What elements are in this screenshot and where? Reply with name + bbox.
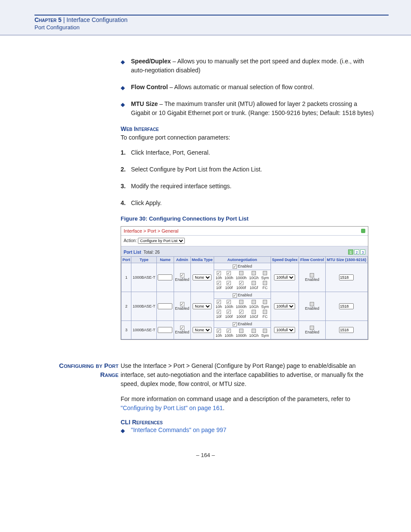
name-input[interactable] — [158, 303, 172, 309]
help-icon[interactable] — [361, 229, 365, 233]
cell-mtu — [325, 292, 367, 321]
page-number: – 164 – — [0, 452, 411, 458]
autoneg-opt-checkbox[interactable] — [263, 300, 267, 304]
speed-select[interactable]: 100full — [274, 327, 295, 333]
th-type: Type — [131, 257, 157, 263]
link-interface-commands[interactable]: "Interface Commands" on page 997 — [131, 426, 227, 433]
autoneg-opt-checkbox[interactable] — [227, 271, 231, 275]
cell-media: None — [190, 292, 214, 321]
param-label: MTU Size — [131, 100, 158, 107]
autoneg-opt-checkbox[interactable] — [239, 300, 243, 304]
autoneg-opt-checkbox[interactable] — [252, 271, 256, 275]
autoneg-opt-checkbox[interactable] — [252, 300, 256, 304]
autoneg-checkbox[interactable] — [233, 322, 237, 327]
autoneg-opt-label: 10h — [215, 276, 222, 281]
pager-page[interactable]: 3 — [360, 249, 365, 255]
cell-flow: Enabled — [299, 321, 325, 339]
media-select[interactable]: None — [193, 327, 212, 333]
port-table: Port Type Name Admin Media Type Autonego… — [121, 256, 368, 339]
cli-ref-list: "Interface Commands" on page 997 — [121, 426, 377, 435]
cell-autoneg-enabled: Enabled — [214, 292, 271, 299]
cell-autoneg-enabled: Enabled — [214, 263, 271, 270]
cell-admin: Enabled — [174, 292, 190, 321]
cell-flow: Enabled — [299, 292, 325, 321]
breadcrumb: Interface > Port > General — [124, 228, 178, 233]
autoneg-checkbox[interactable] — [233, 293, 237, 298]
param-mtu-size: MTU Size – The maximum transfer unit (MT… — [121, 100, 377, 118]
autoneg-opt-checkbox[interactable] — [263, 329, 267, 333]
mtu-input[interactable] — [339, 303, 354, 309]
autoneg-opt-checkbox[interactable] — [263, 271, 267, 275]
autoneg-opt-checkbox[interactable] — [217, 300, 221, 304]
autoneg-opt-checkbox[interactable] — [239, 271, 243, 275]
header-rule — [34, 15, 389, 16]
autoneg-opt-checkbox[interactable] — [263, 310, 267, 314]
autoneg-opt-label: 1000h — [236, 333, 246, 339]
th-mtu: MTU Size (1500-9216) — [325, 257, 367, 263]
autoneg-opt-label: 10h — [215, 333, 222, 339]
autoneg-opt-label: FC — [262, 314, 268, 320]
autoneg-opt-label: 10Gf — [250, 286, 258, 291]
autoneg-checkbox[interactable] — [233, 264, 237, 269]
autoneg-opt-label: 10Gh — [249, 276, 258, 281]
pager-page[interactable]: 2 — [354, 249, 359, 255]
autoneg-opt-label: Sym — [261, 333, 269, 339]
cell-admin: Enabled — [174, 263, 190, 292]
name-input[interactable] — [158, 327, 172, 333]
autoneg-opt-checkbox[interactable] — [239, 329, 243, 333]
autoneg-opt-checkbox[interactable] — [252, 310, 256, 314]
cell-media: None — [190, 263, 214, 292]
autoneg-opt-checkbox[interactable] — [217, 310, 221, 314]
flow-checkbox[interactable] — [310, 273, 314, 277]
name-input[interactable] — [158, 274, 172, 280]
autoneg-opt-checkbox[interactable] — [227, 329, 231, 333]
autoneg-opt-checkbox[interactable] — [227, 300, 231, 304]
section-heading-port-range: Configuring by Port Range — [52, 361, 118, 379]
chapter-title: Interface Configuration — [66, 16, 128, 23]
admin-checkbox[interactable] — [180, 302, 184, 306]
param-text: – The maximum transfer unit (MTU) allowe… — [131, 100, 374, 116]
step-item: Click Apply. — [121, 199, 377, 208]
media-select[interactable]: None — [193, 303, 212, 309]
action-select[interactable]: Configure by Port List — [138, 238, 185, 244]
admin-checkbox[interactable] — [180, 273, 184, 277]
flow-checkbox[interactable] — [310, 326, 314, 330]
autoneg-opt-checkbox[interactable] — [217, 281, 221, 285]
autoneg-opt-label: 10f — [216, 286, 221, 291]
web-interface-intro: To configure port connection parameters: — [121, 133, 377, 142]
speed-select[interactable]: 100full — [274, 274, 295, 280]
autoneg-opt-checkbox[interactable] — [239, 310, 243, 314]
autoneg-opt-checkbox[interactable] — [217, 329, 221, 333]
cell-port: 1 — [121, 263, 131, 292]
autoneg-opt-checkbox[interactable] — [239, 281, 243, 285]
cell-speed: 100full — [271, 292, 299, 321]
autoneg-opt-checkbox[interactable] — [227, 310, 231, 314]
autoneg-opt-checkbox[interactable] — [227, 281, 231, 285]
cell-flow: Enabled — [299, 263, 325, 292]
header-subtitle: Port Configuration — [34, 24, 411, 31]
th-media: Media Type — [190, 257, 214, 263]
cell-type: 1000BASE-T — [131, 292, 157, 321]
autoneg-opt-checkbox[interactable] — [263, 281, 267, 285]
cell-type: 1000BASE-T — [131, 263, 157, 292]
cell-name — [157, 292, 174, 321]
autoneg-opt-checkbox[interactable] — [217, 271, 221, 275]
admin-checkbox[interactable] — [180, 326, 184, 330]
cell-autoneg-options: 10h100h1000h10GhSym — [214, 327, 271, 339]
autoneg-opt-label: 100f — [225, 286, 233, 291]
mtu-input[interactable] — [339, 274, 354, 280]
link-port-list[interactable]: "Configuring by Port List" on page 161 — [121, 404, 223, 411]
media-select[interactable]: None — [193, 274, 212, 280]
speed-select[interactable]: 100full — [274, 303, 295, 309]
screenshot-port-list: Interface > Port > General Action: Confi… — [121, 226, 368, 340]
autoneg-opt-label: 10f — [216, 314, 221, 320]
pager-page[interactable]: 1 — [348, 249, 353, 255]
chapter-label: Chapter 5 — [34, 16, 62, 23]
autoneg-opt-checkbox[interactable] — [252, 329, 256, 333]
flow-checkbox[interactable] — [310, 302, 314, 306]
mtu-input[interactable] — [339, 327, 354, 333]
autoneg-opt-label: 100h — [224, 305, 233, 310]
th-speed: Speed Duplex — [271, 257, 299, 263]
autoneg-opt-checkbox[interactable] — [252, 281, 256, 285]
param-text: – Allows automatic or manual selection o… — [168, 84, 314, 90]
